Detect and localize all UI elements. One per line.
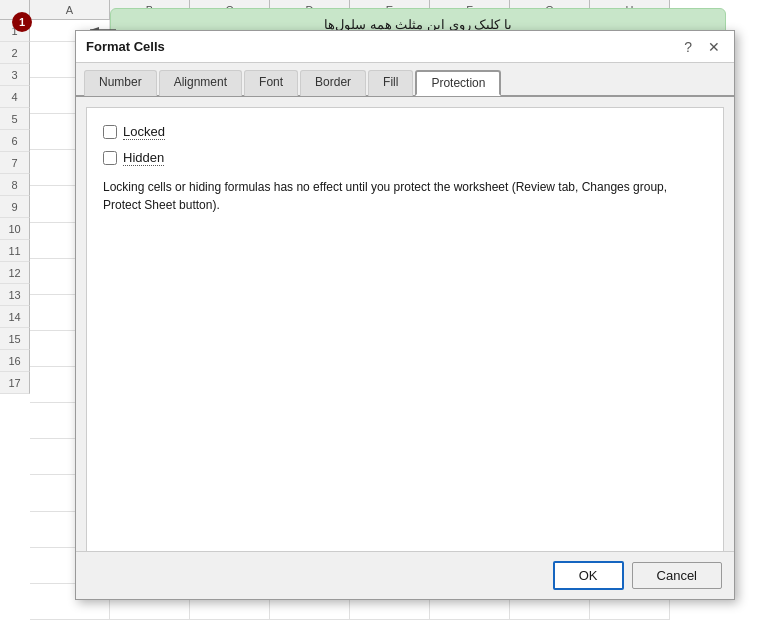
- row-6: 6: [0, 130, 30, 152]
- row-12: 12: [0, 262, 30, 284]
- row-4: 4: [0, 86, 30, 108]
- row-11: 11: [0, 240, 30, 262]
- row-13: 13: [0, 284, 30, 306]
- cancel-button[interactable]: Cancel: [632, 562, 722, 589]
- row-5: 5: [0, 108, 30, 130]
- tab-protection[interactable]: Protection: [415, 70, 501, 96]
- modal-controls: ? ✕: [680, 39, 724, 55]
- row-9: 9: [0, 196, 30, 218]
- modal-titlebar: Format Cells ? ✕: [76, 31, 734, 63]
- tab-alignment[interactable]: Alignment: [159, 70, 242, 96]
- row-14: 14: [0, 306, 30, 328]
- grid-cell[interactable]: [350, 598, 430, 620]
- grid-cell[interactable]: [590, 598, 670, 620]
- tab-border[interactable]: Border: [300, 70, 366, 96]
- row-10: 10: [0, 218, 30, 240]
- grid-cell[interactable]: [190, 598, 270, 620]
- close-button[interactable]: ✕: [704, 39, 724, 55]
- grid-cell[interactable]: [110, 598, 190, 620]
- grid-cell[interactable]: [430, 598, 510, 620]
- row-15: 15: [0, 328, 30, 350]
- row-16: 16: [0, 350, 30, 372]
- locked-checkbox[interactable]: [103, 125, 117, 139]
- tabs-container: Number Alignment Font Border Fill Protec…: [76, 63, 734, 97]
- circle-1: 1: [12, 12, 32, 32]
- row-3: 3: [0, 64, 30, 86]
- tab-number[interactable]: Number: [84, 70, 157, 96]
- modal-title: Format Cells: [86, 39, 165, 54]
- col-header-a: A: [30, 0, 110, 19]
- modal-content-area: Locked Hidden Locking cells or hiding fo…: [86, 107, 724, 555]
- hidden-checkbox[interactable]: [103, 151, 117, 165]
- tab-fill[interactable]: Fill: [368, 70, 413, 96]
- row-numbers: 1 2 3 4 5 6 7 8 9 10 11 12 13 14 15 16 1…: [0, 20, 30, 394]
- grid-cell[interactable]: [510, 598, 590, 620]
- locked-label: Locked: [123, 124, 165, 140]
- locked-row: Locked: [103, 124, 707, 140]
- hidden-row: Hidden: [103, 150, 707, 166]
- ok-button[interactable]: OK: [553, 561, 624, 590]
- grid-cell[interactable]: [30, 598, 110, 620]
- grid-cell[interactable]: [270, 598, 350, 620]
- row-2: 2: [0, 42, 30, 64]
- format-cells-dialog: Format Cells ? ✕ Number Alignment Font B…: [75, 30, 735, 600]
- tab-font[interactable]: Font: [244, 70, 298, 96]
- info-text: Locking cells or hiding formulas has no …: [103, 178, 683, 214]
- modal-footer: OK Cancel: [76, 551, 734, 599]
- row-8: 8: [0, 174, 30, 196]
- help-button[interactable]: ?: [680, 39, 696, 55]
- row-7: 7: [0, 152, 30, 174]
- hidden-label: Hidden: [123, 150, 164, 166]
- row-17: 17: [0, 372, 30, 394]
